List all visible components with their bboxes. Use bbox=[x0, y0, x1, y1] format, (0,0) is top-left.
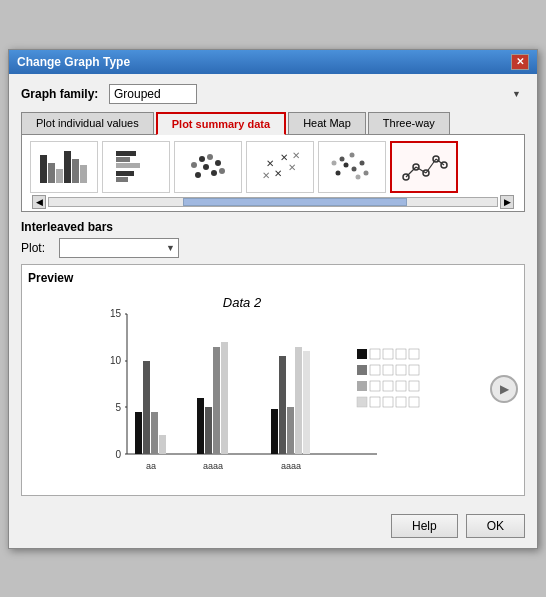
ok-button[interactable]: OK bbox=[466, 514, 525, 538]
svg-text:aaaa: aaaa bbox=[281, 461, 301, 471]
svg-rect-64 bbox=[271, 409, 278, 454]
chart-icon-scatter-2[interactable]: ✕ ✕ ✕ ✕ ✕ ✕ bbox=[246, 141, 314, 193]
close-button[interactable]: ✕ bbox=[511, 54, 529, 70]
svg-rect-85 bbox=[357, 397, 367, 407]
plot-select[interactable] bbox=[59, 238, 179, 258]
svg-text:15: 15 bbox=[110, 308, 122, 319]
plot-label: Plot: bbox=[21, 241, 51, 255]
svg-rect-75 bbox=[357, 365, 367, 375]
scroll-right-btn[interactable]: ▶ bbox=[500, 195, 514, 209]
svg-rect-54 bbox=[135, 412, 142, 454]
preview-chart-svg: Data 2 0 5 10 15 bbox=[28, 289, 486, 489]
svg-point-14 bbox=[199, 156, 205, 162]
svg-rect-1 bbox=[48, 163, 55, 183]
chart-icon-scatter-1[interactable] bbox=[174, 141, 242, 193]
dialog-title: Change Graph Type bbox=[17, 55, 130, 69]
svg-point-12 bbox=[203, 164, 209, 170]
svg-text:5: 5 bbox=[115, 402, 121, 413]
svg-text:10: 10 bbox=[110, 355, 122, 366]
svg-rect-76 bbox=[370, 365, 380, 375]
svg-point-27 bbox=[352, 166, 357, 171]
preview-chart-area: Data 2 0 5 10 15 bbox=[28, 289, 518, 489]
title-bar-buttons: ✕ bbox=[511, 54, 529, 70]
chart-icon-scatter-3[interactable] bbox=[318, 141, 386, 193]
svg-rect-10 bbox=[116, 177, 128, 182]
svg-rect-62 bbox=[221, 342, 228, 454]
tab-threeway[interactable]: Three-way bbox=[368, 112, 450, 134]
svg-point-13 bbox=[211, 170, 217, 176]
tab-heatmap[interactable]: Heat Map bbox=[288, 112, 366, 134]
svg-rect-72 bbox=[383, 349, 393, 359]
svg-rect-3 bbox=[64, 151, 71, 183]
svg-rect-71 bbox=[370, 349, 380, 359]
svg-rect-80 bbox=[357, 381, 367, 391]
tab-summary[interactable]: Plot summary data bbox=[156, 112, 286, 135]
svg-rect-67 bbox=[295, 347, 302, 454]
tab-individual[interactable]: Plot individual values bbox=[21, 112, 154, 134]
svg-text:0: 0 bbox=[115, 449, 121, 460]
graph-family-label: Graph family: bbox=[21, 87, 101, 101]
svg-rect-70 bbox=[357, 349, 367, 359]
svg-rect-2 bbox=[56, 169, 63, 183]
svg-point-32 bbox=[332, 160, 337, 165]
svg-rect-5 bbox=[80, 165, 87, 183]
svg-text:✕: ✕ bbox=[288, 162, 296, 173]
svg-rect-68 bbox=[303, 351, 310, 454]
svg-text:aaaa: aaaa bbox=[203, 461, 223, 471]
chart-icons-panel: ✕ ✕ ✕ ✕ ✕ ✕ bbox=[21, 135, 525, 212]
svg-rect-89 bbox=[409, 397, 419, 407]
svg-rect-73 bbox=[396, 349, 406, 359]
svg-point-31 bbox=[350, 152, 355, 157]
svg-rect-60 bbox=[205, 407, 212, 454]
svg-rect-87 bbox=[383, 397, 393, 407]
play-button[interactable]: ▶ bbox=[490, 375, 518, 403]
svg-rect-8 bbox=[116, 163, 140, 168]
graph-family-select[interactable]: Grouped Stacked 100% Stacked bbox=[109, 84, 197, 104]
svg-rect-88 bbox=[396, 397, 406, 407]
svg-rect-82 bbox=[383, 381, 393, 391]
svg-rect-86 bbox=[370, 397, 380, 407]
svg-text:✕: ✕ bbox=[274, 168, 282, 179]
chart-container: Data 2 0 5 10 15 bbox=[28, 289, 486, 489]
svg-point-18 bbox=[219, 168, 225, 174]
scrollbar-area: ◀ ▶ bbox=[30, 195, 516, 209]
svg-point-28 bbox=[340, 156, 345, 161]
chart-icon-bars-grouped-right[interactable] bbox=[102, 141, 170, 193]
plot-row: Plot: bbox=[21, 238, 525, 258]
svg-text:Data 2: Data 2 bbox=[223, 295, 262, 310]
svg-rect-83 bbox=[396, 381, 406, 391]
svg-text:✕: ✕ bbox=[262, 170, 270, 181]
svg-rect-7 bbox=[116, 157, 130, 162]
svg-line-39 bbox=[406, 167, 416, 177]
svg-rect-65 bbox=[279, 356, 286, 454]
svg-rect-77 bbox=[383, 365, 393, 375]
bottom-buttons: Help OK bbox=[9, 506, 537, 548]
svg-rect-4 bbox=[72, 159, 79, 183]
svg-point-30 bbox=[364, 170, 369, 175]
svg-rect-56 bbox=[151, 412, 158, 454]
svg-rect-78 bbox=[396, 365, 406, 375]
chart-icon-bars-grouped-left[interactable] bbox=[30, 141, 98, 193]
svg-point-26 bbox=[344, 162, 349, 167]
svg-rect-55 bbox=[143, 361, 150, 454]
svg-rect-84 bbox=[409, 381, 419, 391]
svg-point-11 bbox=[195, 172, 201, 178]
chart-icon-line-scatter[interactable] bbox=[390, 141, 458, 193]
title-bar: Change Graph Type ✕ bbox=[9, 50, 537, 74]
preview-label: Preview bbox=[28, 271, 518, 285]
tabs-row: Plot individual values Plot summary data… bbox=[21, 112, 525, 135]
svg-text:✕: ✕ bbox=[280, 152, 288, 163]
svg-text:✕: ✕ bbox=[266, 158, 274, 169]
scroll-left-btn[interactable]: ◀ bbox=[32, 195, 46, 209]
help-button[interactable]: Help bbox=[391, 514, 458, 538]
scrollbar-thumb[interactable] bbox=[183, 198, 407, 206]
svg-rect-61 bbox=[213, 347, 220, 454]
scrollbar-track[interactable] bbox=[48, 197, 498, 207]
svg-text:aa: aa bbox=[146, 461, 156, 471]
svg-text:✕: ✕ bbox=[292, 150, 300, 161]
chart-icons-row: ✕ ✕ ✕ ✕ ✕ ✕ bbox=[30, 141, 516, 193]
graph-family-select-wrapper: Grouped Stacked 100% Stacked bbox=[109, 84, 525, 104]
dialog: Change Graph Type ✕ Graph family: Groupe… bbox=[8, 49, 538, 549]
svg-rect-66 bbox=[287, 407, 294, 454]
graph-family-row: Graph family: Grouped Stacked 100% Stack… bbox=[21, 84, 525, 104]
